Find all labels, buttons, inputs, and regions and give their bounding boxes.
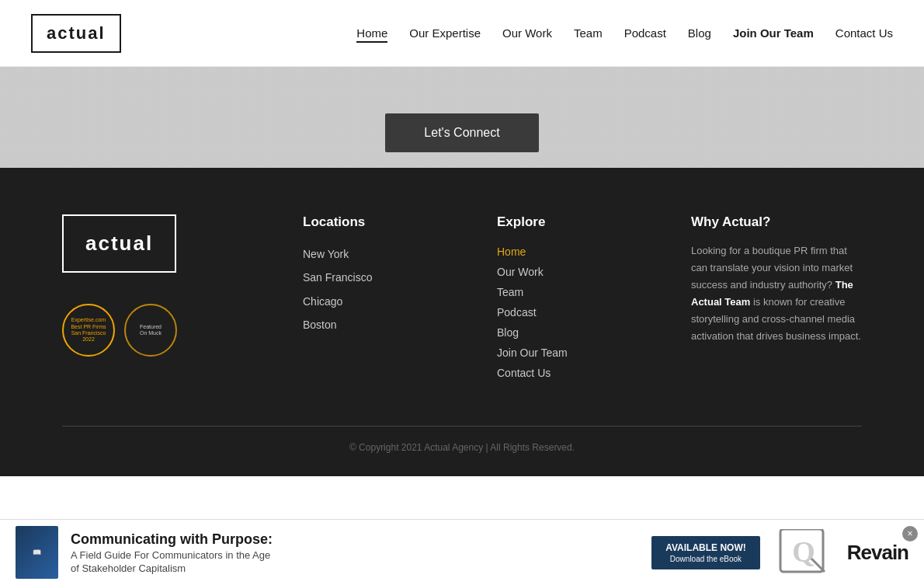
location-chicago: Chicago — [303, 293, 474, 310]
why-text: Looking for a boutique PR firm that can … — [691, 242, 862, 346]
nav-links: Home Our Expertise Our Work Team Podcast… — [356, 26, 893, 40]
footer: actual Expertise.comBest PR FirmsSan Fra… — [0, 168, 924, 476]
nav-our-work[interactable]: Our Work — [502, 26, 552, 40]
explore-team[interactable]: Team — [497, 286, 668, 298]
footer-why-col: Why Actual? Looking for a boutique PR fi… — [691, 214, 862, 387]
hero-section: Let's Connect — [0, 67, 924, 168]
nav-team[interactable]: Team — [574, 26, 603, 40]
nav-join-team[interactable]: Join Our Team — [733, 26, 814, 40]
explore-podcast[interactable]: Podcast — [497, 306, 668, 319]
ad-available: AVAILABLE NOW! Download the eBook — [651, 536, 760, 569]
connect-button[interactable]: Let's Connect — [385, 113, 538, 152]
ad-right: AVAILABLE NOW! Download the eBook Q Reva… — [651, 529, 908, 576]
footer-badges: Expertise.comBest PR FirmsSan Francisco2… — [62, 304, 280, 357]
ad-logo-q: Q — [773, 529, 835, 576]
nav-home[interactable]: Home — [356, 26, 387, 43]
q-icon: Q — [776, 529, 831, 576]
footer-logo-col: actual Expertise.comBest PR FirmsSan Fra… — [62, 214, 280, 387]
ad-banner: 📖 Communicating with Purpose: A Field Gu… — [0, 519, 924, 585]
why-text-strong: The Actual Team — [691, 279, 853, 308]
badge-expertise: Expertise.comBest PR FirmsSan Francisco2… — [62, 304, 115, 357]
location-boston: Boston — [303, 316, 474, 333]
footer-logo-box: actual — [62, 214, 176, 273]
explore-blog[interactable]: Blog — [497, 326, 668, 339]
ad-available-label: AVAILABLE NOW! — [665, 542, 746, 553]
badge-featured-text: FeaturedOn Muck — [140, 324, 162, 337]
explore-home[interactable]: Home — [497, 245, 668, 258]
footer-copyright: © Copyright 2021 Actual Agency | All Rig… — [62, 426, 862, 453]
ad-title: Communicating with Purpose: — [71, 531, 639, 548]
nav-logo[interactable]: actual — [31, 14, 121, 53]
footer-explore-col: Explore Home Our Work Team Podcast Blog … — [497, 214, 668, 387]
locations-title: Locations — [303, 214, 474, 230]
nav-contact[interactable]: Contact Us — [835, 26, 893, 40]
main-navigation: actual Home Our Expertise Our Work Team … — [0, 0, 924, 67]
nav-blog[interactable]: Blog — [688, 26, 711, 40]
explore-join-team[interactable]: Join Our Team — [497, 346, 668, 359]
svg-text:Q: Q — [792, 535, 815, 568]
footer-locations-col: Locations New York San Francisco Chicago… — [303, 214, 474, 387]
explore-contact[interactable]: Contact Us — [497, 367, 668, 379]
explore-title: Explore — [497, 214, 668, 230]
footer-explore-links: Home Our Work Team Podcast Blog Join Our… — [497, 245, 668, 379]
ad-subtitle-line2: of Stakeholder Capitalism — [71, 562, 639, 574]
ad-text-block: Communicating with Purpose: A Field Guid… — [71, 531, 639, 574]
badge-featured: FeaturedOn Muck — [124, 304, 177, 357]
location-san-francisco: San Francisco — [303, 269, 474, 286]
ad-download-label: Download the eBook — [665, 555, 746, 563]
ad-close-button[interactable]: × — [902, 526, 918, 541]
footer-grid: actual Expertise.comBest PR FirmsSan Fra… — [62, 214, 862, 387]
ad-subtitle-line1: A Field Guide For Communicators in the A… — [71, 549, 639, 561]
nav-podcast[interactable]: Podcast — [624, 26, 666, 40]
footer-logo-text: actual — [85, 232, 153, 255]
ad-book-cover: 📖 — [16, 526, 58, 579]
explore-our-work[interactable]: Our Work — [497, 266, 668, 278]
revain-logo: Revain — [847, 541, 908, 565]
nav-expertise[interactable]: Our Expertise — [409, 26, 481, 40]
badge-expertise-text: Expertise.comBest PR FirmsSan Francisco2… — [71, 317, 106, 343]
why-title: Why Actual? — [691, 214, 862, 230]
footer-locations: New York San Francisco Chicago Boston — [303, 245, 474, 334]
ad-cover-label: 📖 — [31, 547, 43, 558]
location-new-york: New York — [303, 245, 474, 263]
